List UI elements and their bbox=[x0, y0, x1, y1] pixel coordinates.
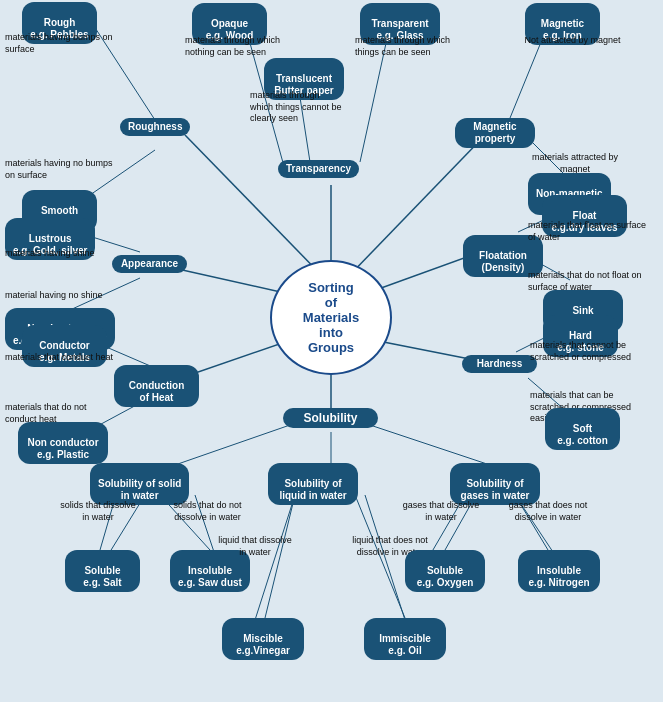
miscible-node: Miscible e.g.Vinegar bbox=[222, 618, 304, 660]
solubility-node: Solubility bbox=[283, 408, 378, 428]
sol-gas-desc1: gases that dissolve in water bbox=[400, 500, 482, 523]
conduction-node: Conduction of Heat bbox=[114, 365, 199, 407]
sol-gas-desc2: gases that does not dissolve in water bbox=[503, 500, 593, 523]
magnetic-desc: Not attracted by magnet bbox=[520, 35, 625, 47]
non-lustrous-desc: material having no shine bbox=[5, 290, 110, 302]
non-conductor-node: Non conductor e.g. Plastic bbox=[18, 422, 108, 464]
sol-gas-node: Solubility of gases in water bbox=[450, 463, 540, 505]
sol-solid-desc2: solids that do not dissolve in water bbox=[165, 500, 250, 523]
rough-desc: materials having bumps on surface bbox=[5, 32, 125, 55]
roughness-node: Roughness bbox=[120, 118, 190, 136]
conductor-desc: materials that conduct heat bbox=[5, 352, 115, 364]
svg-line-23 bbox=[175, 425, 290, 465]
sol-solid-desc1: solids that dissolve in water bbox=[58, 500, 138, 523]
translucent-desc: materials through which things cannot be… bbox=[250, 90, 345, 125]
float-desc: materials that float on surface of water bbox=[528, 220, 648, 243]
sol-solid-node: Solubility of solid in water bbox=[90, 463, 189, 505]
immiscible-node: Immiscible e.g. Oil bbox=[364, 618, 446, 660]
diagram: Sorting of Materials into Groups Roughne… bbox=[0, 0, 663, 702]
hard-desc: materials that cannot be scratched or co… bbox=[530, 340, 650, 363]
soft-node: Soft e.g. cotton bbox=[545, 408, 620, 450]
smooth-desc: materials having no bumps on surface bbox=[5, 158, 125, 181]
hardness-node: Hardness bbox=[462, 355, 537, 373]
insoluble2-node: Insoluble e.g. Nitrogen bbox=[518, 550, 600, 592]
appearance-node: Appearance bbox=[112, 255, 187, 273]
sol-liquid-node: Solubility of liquid in water bbox=[268, 463, 358, 505]
transparent-desc: materials through which things can be se… bbox=[355, 35, 460, 58]
sol-liquid-desc1: liquid that dissolve in water bbox=[215, 535, 295, 558]
svg-line-25 bbox=[370, 425, 490, 465]
opaque-desc: materials through which nothing can be s… bbox=[185, 35, 290, 58]
soluble2-node: Soluble e.g. Oxygen bbox=[405, 550, 485, 592]
center-oval: Sorting of Materials into Groups bbox=[270, 260, 392, 375]
transparency-node: Transparency bbox=[278, 160, 359, 178]
lustrous-desc: materials having shine bbox=[5, 248, 105, 260]
materials-attracted: materials attracted by magnet bbox=[520, 152, 630, 175]
soluble1-node: Soluble e.g. Salt bbox=[65, 550, 140, 592]
magnetic-property-node: Magnetic property bbox=[455, 118, 535, 148]
